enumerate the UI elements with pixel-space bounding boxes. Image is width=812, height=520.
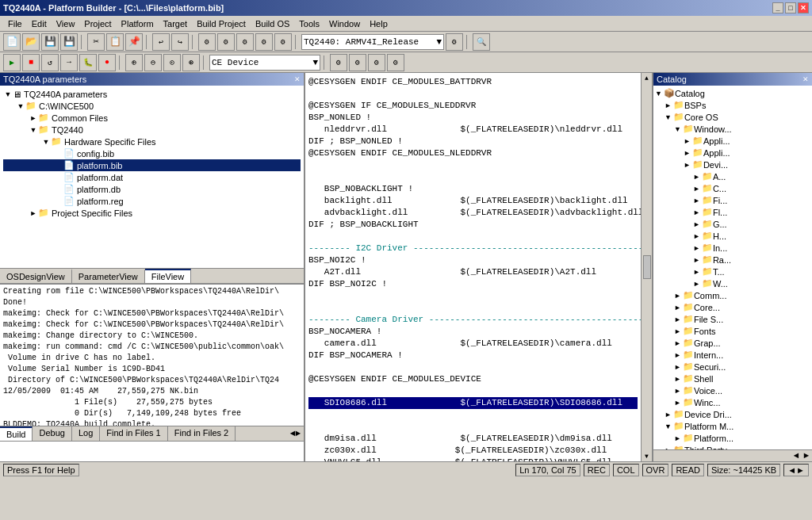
- build-btn3[interactable]: ⚙: [236, 33, 254, 51]
- status-next[interactable]: ►: [796, 465, 805, 475]
- catalog-thirdparty[interactable]: ► 📁 Third Party: [655, 444, 810, 449]
- catalog-comm[interactable]: ► 📁 Comm...: [655, 289, 810, 301]
- output-content[interactable]: Creating rom file C:\WINCE500\PBWorkspac…: [0, 285, 304, 426]
- catalog-coreos[interactable]: ▼ 📁 Core OS: [655, 111, 810, 123]
- maximize-button[interactable]: □: [785, 2, 796, 13]
- tree-platform-dat[interactable]: ► 📄 platform.dat: [3, 171, 301, 183]
- platform-btn[interactable]: ⚙: [446, 33, 463, 51]
- device-btn4[interactable]: ⚙: [387, 54, 404, 71]
- catalog-w[interactable]: ► 📁 W...: [655, 277, 810, 289]
- step-button[interactable]: →: [60, 54, 78, 71]
- nav-btn4[interactable]: ⊛: [182, 54, 200, 71]
- tree-hw-files[interactable]: ▼ 📁 Hardware Specific Files: [3, 136, 301, 147]
- catalog-catalog[interactable]: ▼ 📦 Catalog: [655, 87, 810, 99]
- menu-help[interactable]: Help: [365, 17, 393, 30]
- tree-tq2440[interactable]: ▼ 📁 TQ2440: [3, 124, 301, 136]
- scroll-left-btn[interactable]: ◄: [290, 429, 296, 438]
- catalog-tree[interactable]: ▼ 📦 Catalog ► 📁 BSPs ▼ 📁 Core OS ▼ 📁 Win…: [653, 86, 812, 449]
- catalog-securi[interactable]: ► 📁 Securi...: [655, 361, 810, 373]
- menu-build-os[interactable]: Build OS: [251, 17, 294, 30]
- tree-wince500[interactable]: ▼ 📁 C:\WINCE500: [3, 100, 301, 112]
- connect-button[interactable]: ●: [98, 54, 116, 71]
- scroll-right-btn[interactable]: ►: [295, 429, 301, 438]
- tree-view[interactable]: ▼ 🖥 TQ2440A parameters ▼ 📁 C:\WINCE500 ►…: [0, 86, 304, 268]
- tree-config-bib[interactable]: ► 📄 config.bib: [3, 147, 301, 159]
- bottom-tab-build[interactable]: Build: [0, 426, 33, 441]
- nav-btn3[interactable]: ⊙: [163, 54, 181, 71]
- catalog-devi[interactable]: ► 📁 Devi...: [655, 159, 810, 170]
- new-button[interactable]: 📄: [3, 33, 21, 51]
- catalog-ra[interactable]: ► 📁 Ra...: [655, 254, 810, 266]
- catalog-windows[interactable]: ▼ 📁 Window...: [655, 123, 810, 135]
- catalog-fi[interactable]: ► 📁 Fi...: [655, 194, 810, 206]
- catalog-devdriv[interactable]: ► 📁 Device Dri...: [655, 408, 810, 420]
- tab-osdesign[interactable]: OSDesignView: [0, 269, 72, 283]
- close-button[interactable]: ✕: [798, 2, 809, 13]
- tree-platform-db[interactable]: ► 📄 platform.db: [3, 183, 301, 195]
- status-prev[interactable]: ◄: [787, 465, 796, 475]
- catalog-c[interactable]: ► 📁 C...: [655, 182, 810, 194]
- menu-file[interactable]: File: [3, 17, 27, 30]
- catalog-intern[interactable]: ► 📁 Intern...: [655, 349, 810, 361]
- tree-platform-bib[interactable]: ► 📄 platform.bib: [3, 159, 301, 171]
- nav-btn1[interactable]: ⊕: [125, 54, 143, 71]
- platform-dropdown[interactable]: TQ2440: ARMV4I_Release ▼: [301, 34, 444, 50]
- menu-project[interactable]: Project: [79, 17, 116, 30]
- catalog-platform2[interactable]: ► 📁 Platform...: [655, 432, 810, 444]
- catalog-grap[interactable]: ► 📁 Grap...: [655, 337, 810, 349]
- menu-tools[interactable]: Tools: [294, 17, 324, 30]
- device-dropdown[interactable]: CE Device ▼: [209, 55, 320, 71]
- minimize-button[interactable]: _: [772, 2, 783, 13]
- tree-common-files[interactable]: ► 📁 Common Files: [3, 112, 301, 124]
- catalog-appli1[interactable]: ► 📁 Appli...: [655, 135, 810, 147]
- menu-edit[interactable]: Edit: [27, 17, 52, 30]
- build-btn4[interactable]: ⚙: [255, 33, 273, 51]
- tab-parameterview[interactable]: ParameterView: [72, 269, 145, 283]
- catalog-prev-btn[interactable]: ◄: [791, 451, 802, 461]
- catalog-fonts[interactable]: ► 📁 Fonts: [655, 325, 810, 337]
- catalog-shell[interactable]: ► 📁 Shell: [655, 373, 810, 384]
- bottom-tab-debug[interactable]: Debug: [33, 426, 71, 441]
- catalog-close[interactable]: ✕: [802, 75, 809, 83]
- catalog-t[interactable]: ► 📁 T...: [655, 266, 810, 277]
- device-btn2[interactable]: ⚙: [349, 54, 366, 71]
- tab-fileview[interactable]: FileView: [145, 269, 191, 283]
- debug-btn[interactable]: 🐛: [79, 54, 97, 71]
- menu-view[interactable]: View: [52, 17, 80, 30]
- device-btn3[interactable]: ⚙: [368, 54, 385, 71]
- save-all-button[interactable]: 💾: [60, 33, 78, 51]
- build-btn2[interactable]: ⚙: [217, 33, 235, 51]
- catalog-appli2[interactable]: ► 📁 Appli...: [655, 147, 810, 159]
- menu-platform[interactable]: Platform: [117, 17, 159, 30]
- build-btn5[interactable]: ⚙: [274, 33, 292, 51]
- left-panel-close[interactable]: ✕: [294, 75, 301, 83]
- stop-button[interactable]: ■: [22, 54, 40, 71]
- tree-root[interactable]: ▼ 🖥 TQ2440A parameters: [3, 89, 301, 100]
- menu-target[interactable]: Target: [159, 17, 193, 30]
- editor-content[interactable]: @CESYSGEN ENDIF CE_MODULES_BATTDRVR @CES…: [305, 73, 641, 461]
- catalog-next-btn[interactable]: ►: [801, 451, 811, 461]
- catalog-files[interactable]: ► 📁 File S...: [655, 313, 810, 325]
- catalog-winc[interactable]: ► 📁 Winc...: [655, 396, 810, 408]
- menu-build-project[interactable]: Build Project: [192, 17, 251, 30]
- save-button[interactable]: 💾: [41, 33, 59, 51]
- redo-button[interactable]: ↪: [171, 33, 189, 51]
- bottom-tab-log[interactable]: Log: [72, 426, 100, 441]
- copy-button[interactable]: 📋: [106, 33, 124, 51]
- build-btn1[interactable]: ⚙: [198, 33, 216, 51]
- nav-btn2[interactable]: ⊖: [144, 54, 162, 71]
- catalog-fl[interactable]: ► 📁 Fl...: [655, 206, 810, 218]
- run-button[interactable]: ▶: [3, 54, 21, 71]
- cut-button[interactable]: ✂: [87, 33, 105, 51]
- bottom-tab-findinfiles2[interactable]: Find in Files 2: [168, 426, 236, 441]
- restart-button[interactable]: ↺: [41, 54, 59, 71]
- catalog-in[interactable]: ► 📁 In...: [655, 242, 810, 254]
- catalog-g[interactable]: ► 📁 G...: [655, 218, 810, 230]
- undo-button[interactable]: ↩: [152, 33, 170, 51]
- menu-window[interactable]: Window: [324, 17, 365, 30]
- catalog-bsps[interactable]: ► 📁 BSPs: [655, 99, 810, 111]
- catalog-voice[interactable]: ► 📁 Voice...: [655, 384, 810, 396]
- tree-platform-reg[interactable]: ► 📄 platform.reg: [3, 195, 301, 207]
- tree-project-files[interactable]: ► 📁 Project Specific Files: [3, 207, 301, 219]
- open-button[interactable]: 📂: [22, 33, 40, 51]
